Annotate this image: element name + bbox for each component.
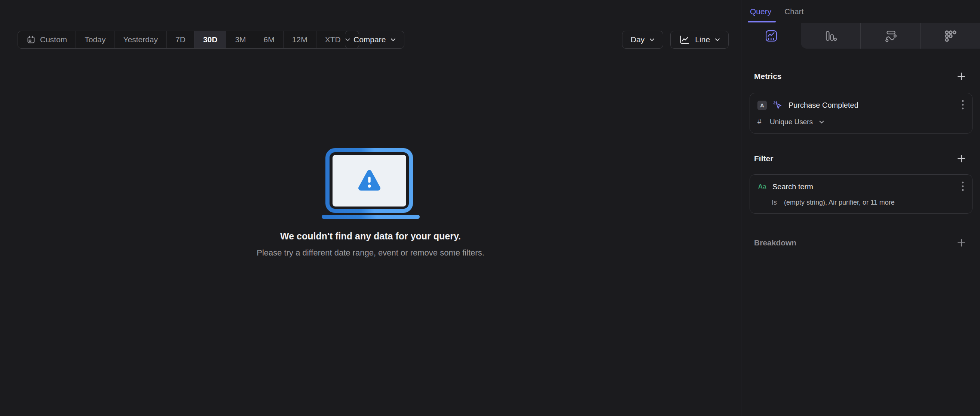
breakdown-section-heading: Breakdown <box>741 237 980 248</box>
add-breakdown-button[interactable] <box>956 237 967 248</box>
retention-icon <box>944 30 957 42</box>
aggregation-symbol: # <box>757 118 764 126</box>
view-tab-flows[interactable] <box>861 23 921 49</box>
bar-chart-icon <box>824 30 837 42</box>
chart-controls: Day Line <box>622 31 729 49</box>
view-type-tabs <box>741 23 980 49</box>
empty-state: We couldn't find any data for your query… <box>0 147 741 258</box>
chevron-down-icon <box>819 120 824 124</box>
empty-state-title: We couldn't find any data for your query… <box>280 231 461 242</box>
filter-property-name: Search term <box>772 183 813 191</box>
view-tab-retention[interactable] <box>921 23 980 49</box>
add-metric-button[interactable] <box>956 71 967 81</box>
line-chart-icon <box>679 35 690 45</box>
date-range-toolbar: Custom Today Yesterday 7D 30D 3M 6M 12M … <box>18 31 359 49</box>
filter-kebab-menu[interactable] <box>960 180 966 193</box>
flows-icon <box>884 30 897 42</box>
event-click-icon <box>772 100 783 110</box>
compare-button[interactable]: Compare <box>345 31 404 49</box>
kebab-icon <box>962 99 964 110</box>
filter-values-summary: (empty string), Air purifier, or 11 more <box>784 199 895 207</box>
string-property-badge: Aa <box>757 183 767 190</box>
no-data-laptop-illustration <box>322 147 420 219</box>
metrics-heading: Metrics <box>754 72 782 81</box>
filter-operator: Is <box>772 199 777 207</box>
metric-card: A Purchase Completed # <box>749 93 972 134</box>
filter-condition[interactable]: Is (empty string), Air purifier, or 11 m… <box>757 198 966 207</box>
metric-kebab-menu[interactable] <box>960 99 966 112</box>
calendar-icon <box>27 35 35 44</box>
date-range-today-button[interactable]: Today <box>76 31 115 48</box>
metric-event-selector[interactable]: A Purchase Completed <box>757 100 960 110</box>
query-sidebar: Query Chart <box>741 0 980 416</box>
chevron-down-icon <box>649 38 655 41</box>
date-range-7d-button[interactable]: 7D <box>167 31 194 48</box>
filter-property-selector[interactable]: Aa Search term <box>757 183 960 191</box>
insights-icon <box>765 30 778 42</box>
plus-icon <box>956 153 967 164</box>
chevron-down-icon <box>715 38 720 41</box>
filter-card: Aa Search term Is (empty string), Air pu… <box>749 174 972 214</box>
sidebar-tab-bar: Query Chart <box>741 0 980 23</box>
date-range-label: Custom <box>40 35 67 44</box>
active-tab-underline <box>748 21 776 22</box>
tab-chart[interactable]: Chart <box>784 0 804 23</box>
empty-state-subtitle: Please try a different date range, event… <box>256 248 484 258</box>
chevron-down-icon <box>390 38 396 41</box>
plus-icon <box>956 71 967 81</box>
view-tab-funnels[interactable] <box>801 23 861 49</box>
tab-query[interactable]: Query <box>749 0 772 23</box>
date-range-6m-button[interactable]: 6M <box>255 31 283 48</box>
breakdown-heading: Breakdown <box>754 238 796 247</box>
series-letter-badge: A <box>757 100 767 110</box>
plus-icon <box>956 237 967 248</box>
date-range-custom-button[interactable]: Custom <box>18 31 76 48</box>
metric-aggregation-selector[interactable]: # Unique Users <box>757 117 966 127</box>
date-range-30d-button[interactable]: 30D <box>194 31 227 48</box>
add-filter-button[interactable] <box>956 153 967 164</box>
kebab-icon <box>962 181 964 191</box>
date-range-yesterday-button[interactable]: Yesterday <box>115 31 167 48</box>
date-range-12m-button[interactable]: 12M <box>283 31 317 48</box>
app-window: Custom Today Yesterday 7D 30D 3M 6M 12M … <box>0 0 980 416</box>
date-range-3m-button[interactable]: 3M <box>226 31 255 48</box>
interval-dropdown[interactable]: Day <box>622 31 663 49</box>
metric-event-name: Purchase Completed <box>789 101 858 110</box>
aggregation-label: Unique Users <box>770 118 813 126</box>
chart-type-dropdown[interactable]: Line <box>670 31 729 49</box>
view-tab-insights[interactable] <box>741 23 801 49</box>
filter-heading: Filter <box>754 154 773 163</box>
main-content: Custom Today Yesterday 7D 30D 3M 6M 12M … <box>0 0 741 416</box>
metrics-section-heading: Metrics <box>741 71 980 81</box>
filter-section-heading: Filter <box>741 153 980 164</box>
